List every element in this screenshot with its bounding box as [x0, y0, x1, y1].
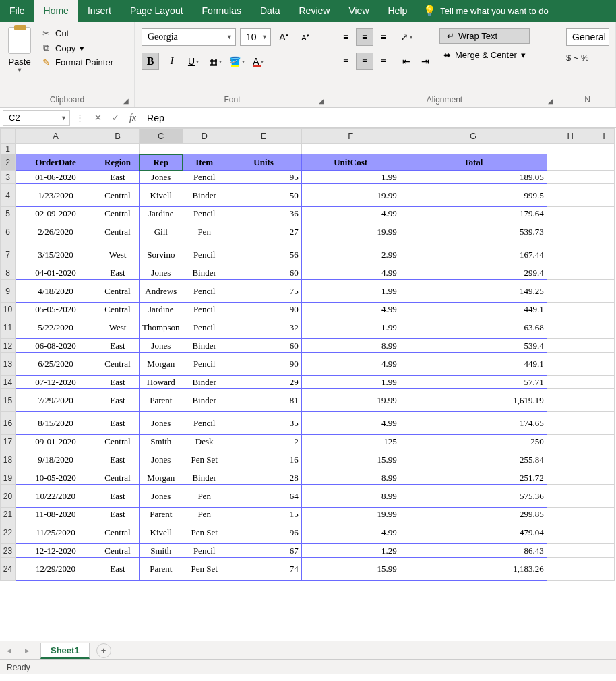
cell[interactable]: 2/26/2020 [16, 220, 96, 243]
cell[interactable] [594, 171, 614, 184]
cell[interactable] [547, 339, 594, 353]
cell[interactable] [594, 154, 614, 171]
cell[interactable]: Jones [140, 171, 183, 184]
underline-button[interactable]: U▾ [185, 53, 202, 70]
cell[interactable]: Pencil [183, 243, 226, 266]
cell[interactable]: Jones [140, 339, 183, 353]
copy-button[interactable]: ⧉Copy▾ [40, 42, 113, 53]
row-header-3[interactable]: 3 [1, 171, 16, 184]
cell[interactable]: 09-01-2020 [16, 435, 96, 448]
cell[interactable] [547, 544, 594, 558]
cell[interactable]: Pencil [183, 280, 226, 303]
cell[interactable]: 539.73 [400, 220, 547, 243]
cell[interactable]: Andrews [140, 280, 183, 303]
accept-formula-button[interactable]: ✓ [106, 113, 124, 123]
cell[interactable] [594, 243, 614, 266]
cell[interactable]: 27 [226, 220, 301, 243]
cell[interactable] [547, 389, 594, 412]
row-header-11[interactable]: 11 [1, 316, 16, 339]
orientation-button[interactable]: ⤢▾ [398, 28, 415, 46]
cell[interactable]: 05-05-2020 [16, 303, 96, 316]
row-header-21[interactable]: 21 [1, 508, 16, 521]
cell[interactable]: 57.71 [400, 376, 547, 389]
tab-file[interactable]: File [0, 0, 34, 22]
cut-button[interactable]: ✂Cut [40, 28, 113, 38]
cell[interactable]: Pen Set [183, 448, 226, 471]
cell[interactable]: 29 [226, 376, 301, 389]
header-cell-total[interactable]: Total [400, 154, 547, 171]
col-header-C[interactable]: C [140, 129, 183, 144]
cell[interactable]: 8.99 [301, 339, 400, 353]
cell[interactable] [594, 448, 614, 471]
cell[interactable]: 8/15/2020 [16, 412, 96, 435]
cell[interactable]: Pencil [183, 207, 226, 220]
cell[interactable]: 19.99 [301, 184, 400, 207]
cell[interactable]: Binder [183, 266, 226, 280]
cell[interactable]: Pen [183, 220, 226, 243]
cell[interactable]: Parent [140, 389, 183, 412]
cell[interactable]: 4.99 [301, 266, 400, 280]
bold-button[interactable]: B [142, 53, 159, 70]
cell[interactable] [594, 303, 614, 316]
cell[interactable]: 75 [226, 280, 301, 303]
select-all-corner[interactable] [1, 129, 16, 144]
row-header-14[interactable]: 14 [1, 376, 16, 389]
cell[interactable]: Howard [140, 376, 183, 389]
col-header-G[interactable]: G [400, 129, 547, 144]
cell[interactable]: 1.29 [301, 544, 400, 558]
fx-icon[interactable]: fx [124, 113, 142, 123]
cell[interactable] [547, 220, 594, 243]
cell[interactable]: Pen Set [183, 558, 226, 581]
number-format-combo[interactable]: General [566, 28, 609, 46]
cell[interactable] [547, 412, 594, 435]
formula-input[interactable]: Rep [142, 113, 616, 123]
cell[interactable]: Jones [140, 266, 183, 280]
font-color-button[interactable]: A▾ [249, 53, 267, 70]
cell[interactable]: Pencil [183, 412, 226, 435]
cell[interactable]: 63.68 [400, 316, 547, 339]
cell[interactable]: Kivell [140, 184, 183, 207]
cell[interactable]: 1/23/2020 [16, 184, 96, 207]
cell[interactable]: 67 [226, 544, 301, 558]
cell[interactable] [547, 184, 594, 207]
font-size-combo[interactable]: 10▼ [240, 28, 271, 46]
cell[interactable] [547, 471, 594, 485]
row-header-16[interactable]: 16 [1, 412, 16, 435]
cell[interactable]: 999.5 [400, 184, 547, 207]
cell[interactable] [594, 485, 614, 508]
cell[interactable]: Parent [140, 508, 183, 521]
cell[interactable]: 90 [226, 303, 301, 316]
tab-view[interactable]: View [339, 0, 378, 22]
row-header-9[interactable]: 9 [1, 280, 16, 303]
cell[interactable]: Smith [140, 544, 183, 558]
cell[interactable]: 74 [226, 558, 301, 581]
cell[interactable]: 167.44 [400, 243, 547, 266]
cell[interactable] [547, 171, 594, 184]
sheet-tab-sheet1[interactable]: Sheet1 [40, 643, 90, 659]
cell[interactable]: 19.99 [301, 389, 400, 412]
header-cell-item[interactable]: Item [183, 154, 226, 171]
cell[interactable]: 449.1 [400, 303, 547, 316]
cell[interactable] [547, 243, 594, 266]
header-cell-orderdate[interactable]: OrderDate [16, 154, 96, 171]
cell[interactable]: Thompson [140, 316, 183, 339]
increase-indent-button[interactable]: ⇥ [417, 53, 434, 70]
paste-button[interactable]: Paste ▼ [4, 24, 35, 73]
cell[interactable]: 255.84 [400, 448, 547, 471]
row-header-4[interactable]: 4 [1, 184, 16, 207]
cell[interactable] [594, 266, 614, 280]
cell[interactable]: Central [96, 353, 140, 376]
cell[interactable]: Sorvino [140, 243, 183, 266]
cell[interactable]: Parent [140, 558, 183, 581]
decrease-indent-button[interactable]: ⇤ [398, 53, 415, 70]
tab-page-layout[interactable]: Page Layout [121, 0, 193, 22]
cell[interactable] [594, 280, 614, 303]
cell[interactable]: Pen Set [183, 521, 226, 544]
cell[interactable]: 11-08-2020 [16, 508, 96, 521]
cell[interactable] [594, 316, 614, 339]
cell[interactable]: 28 [226, 471, 301, 485]
dialog-launcher-icon[interactable]: ◢ [548, 97, 553, 105]
cell[interactable]: 149.25 [400, 280, 547, 303]
cell[interactable]: 189.05 [400, 171, 547, 184]
cell[interactable]: 174.65 [400, 412, 547, 435]
